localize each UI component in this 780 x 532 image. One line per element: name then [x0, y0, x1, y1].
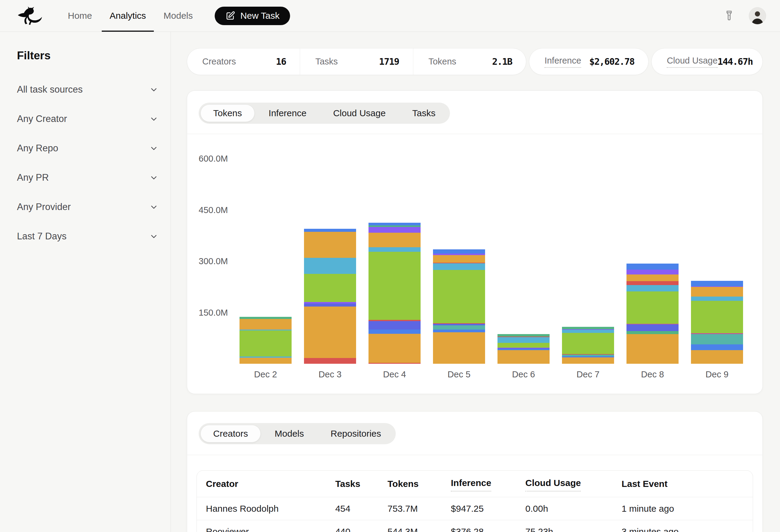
y-axis-tick: 450.0M	[199, 205, 228, 215]
table-row[interactable]: Hannes Roodolph454753.7M$947.250.00h1 mi…	[197, 497, 753, 520]
top-nav: HomeAnalyticsModels New Task	[0, 0, 780, 32]
cell-tokens: 544.3M	[388, 525, 451, 532]
stat-cloud-usage: Cloud Usage144.67h	[651, 48, 763, 75]
user-avatar[interactable]	[749, 7, 766, 24]
table-tab-creators[interactable]: Creators	[200, 425, 261, 442]
bar-dec-8[interactable]	[627, 264, 679, 364]
nav-item-home[interactable]: Home	[60, 0, 100, 32]
segment-skyblue	[562, 330, 614, 333]
kangaroo-icon	[17, 6, 44, 25]
stat-value: 2.1B	[492, 56, 512, 67]
stat-inference: Inference$2,602.78	[529, 48, 648, 75]
breakdown-card: CreatorsModelsRepositories CreatorTasksT…	[187, 411, 763, 532]
stat-value: 16	[276, 56, 286, 67]
cell-tasks: 454	[335, 502, 388, 515]
bar-dec-5[interactable]	[433, 249, 485, 364]
filter-any-repo[interactable]: Any Repo	[17, 134, 158, 163]
column-label: Tasks	[335, 477, 360, 490]
chevron-down-icon	[149, 114, 158, 123]
table-header-row: CreatorTasksTokensInferenceCloud UsageLa…	[197, 471, 753, 497]
segment-indigo	[369, 321, 421, 329]
chevron-down-icon	[149, 232, 158, 241]
segment-indigo	[627, 324, 679, 331]
segment-green	[562, 333, 614, 354]
stat-label[interactable]: Inference	[544, 56, 581, 68]
nav-item-models[interactable]: Models	[156, 0, 201, 32]
stat-label[interactable]: Cloud Usage	[667, 56, 718, 68]
segment-skyblue	[691, 297, 743, 301]
column-label[interactable]: Cloud Usage	[525, 476, 581, 491]
filters-title: Filters	[17, 49, 158, 62]
segment-purple	[369, 227, 421, 233]
chart-tabs-wrap: TokensInferenceCloud UsageTasks	[187, 91, 763, 124]
table-tab-models[interactable]: Models	[262, 425, 317, 442]
segment-green	[691, 301, 743, 333]
table-tab-repositories[interactable]: Repositories	[318, 425, 394, 442]
segment-orange	[691, 350, 743, 364]
bar-dec-6[interactable]	[497, 334, 549, 364]
stat-label: Tokens	[429, 57, 456, 66]
cell-inference: $947.25	[451, 502, 525, 515]
cell-inference: $376.28	[451, 525, 525, 532]
table-tab-group: CreatorsModelsRepositories	[199, 423, 396, 444]
chart-tab-group: TokensInferenceCloud UsageTasks	[199, 103, 450, 124]
chart-card-divider	[187, 134, 763, 134]
filter-last-7-days[interactable]: Last 7 Days	[17, 221, 158, 251]
bar-dec-7[interactable]	[562, 327, 614, 364]
filter-any-pr[interactable]: Any PR	[17, 163, 158, 192]
filter-all-task-sources[interactable]: All task sources	[17, 75, 158, 104]
cell-tasks: 440	[335, 525, 388, 532]
column-label: Creator	[206, 477, 238, 490]
segment-skyblue	[433, 263, 485, 270]
avatar-photo	[749, 8, 766, 24]
stat-value: 1719	[379, 56, 399, 67]
new-task-button[interactable]: New Task	[215, 7, 290, 25]
segment-blue	[627, 264, 679, 270]
table-row[interactable]: Rooviewer440544.3M$376.2875.23h3 minutes…	[197, 520, 753, 532]
filter-list: All task sourcesAny CreatorAny RepoAny P…	[17, 75, 158, 251]
segment-seagreen	[497, 334, 549, 336]
segment-green	[240, 330, 292, 357]
bar-dec-2[interactable]	[240, 317, 292, 364]
stat-value: 144.67h	[718, 56, 753, 67]
stat-pill: Cloud Usage144.67h	[651, 48, 763, 75]
segment-orange	[562, 357, 614, 364]
new-task-label: New Task	[240, 11, 280, 21]
chart-tab-tokens[interactable]: Tokens	[200, 104, 255, 122]
nav-item-analytics[interactable]: Analytics	[102, 0, 154, 32]
column-label[interactable]: Inference	[451, 476, 491, 491]
segment-blue	[691, 344, 743, 350]
x-axis-label: Dec 8	[641, 370, 664, 379]
segment-skyblue	[369, 247, 421, 252]
x-axis-label: Dec 6	[512, 370, 535, 379]
bar-dec-9[interactable]	[691, 281, 743, 364]
chart-tab-inference[interactable]: Inference	[256, 104, 319, 122]
column-header-tokens: Tokens	[388, 477, 451, 490]
y-axis-tick: 600.0M	[199, 154, 228, 164]
chart-tab-cloud-usage[interactable]: Cloud Usage	[320, 104, 398, 122]
filter-any-provider[interactable]: Any Provider	[17, 192, 158, 221]
filter-any-creator[interactable]: Any Creator	[17, 104, 158, 134]
flashlight-icon[interactable]	[723, 9, 735, 22]
segment-skyblue	[497, 337, 549, 343]
stat-value: $2,602.78	[589, 56, 634, 67]
tokens-stacked-bar-chart: 150.0M300.0M450.0M600.0MDec 2Dec 3Dec 4D…	[187, 140, 763, 382]
bar-dec-4[interactable]	[369, 223, 421, 364]
bar-dec-3[interactable]	[304, 229, 356, 364]
cell-creator: Rooviewer	[197, 525, 335, 532]
stat-pill: Creators16Tasks1719Tokens2.1B	[187, 48, 526, 75]
nav-right-group	[723, 7, 766, 24]
chevron-down-icon	[149, 203, 158, 212]
chart-tab-tasks[interactable]: Tasks	[400, 104, 448, 122]
segment-blue	[304, 229, 356, 232]
table-body: Hannes Roodolph454753.7M$947.250.00h1 mi…	[197, 497, 753, 532]
segment-orange	[433, 332, 485, 364]
x-axis-label: Dec 7	[577, 370, 599, 379]
kangaroo-logo[interactable]	[17, 6, 44, 25]
segment-blue	[691, 281, 743, 286]
stat-creators: Creators16	[187, 48, 300, 75]
x-axis-label: Dec 3	[319, 370, 342, 379]
stat-pill: Inference$2,602.78	[529, 48, 648, 75]
column-header-last-event: Last Event	[622, 477, 753, 490]
chevron-down-icon	[149, 144, 158, 153]
